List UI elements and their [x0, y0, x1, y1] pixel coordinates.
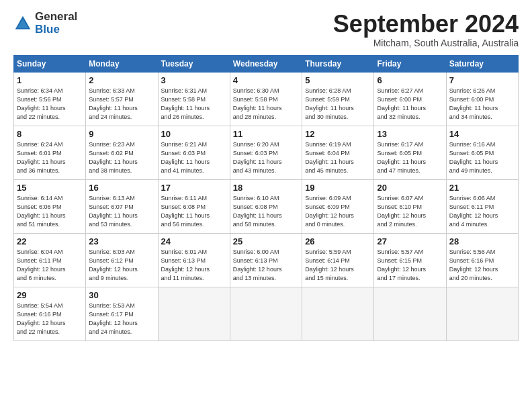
calendar-week-0: 1Sunrise: 6:34 AMSunset: 5:56 PMDaylight… [14, 72, 519, 126]
day-number: 18 [233, 183, 299, 193]
day-number: 25 [233, 236, 299, 246]
table-row: 9Sunrise: 6:23 AMSunset: 6:02 PMDaylight… [86, 126, 158, 179]
table-row [446, 287, 518, 340]
table-row: 12Sunrise: 6:19 AMSunset: 6:04 PMDayligh… [302, 126, 374, 179]
day-info: Sunrise: 5:56 AMSunset: 6:16 PMDaylight:… [449, 248, 498, 281]
day-number: 6 [377, 75, 443, 85]
logo: General Blue [13, 11, 77, 36]
table-row [230, 287, 302, 340]
day-info: Sunrise: 6:14 AMSunset: 6:06 PMDaylight:… [17, 195, 66, 228]
month-title: September 2024 [333, 11, 519, 38]
day-number: 23 [89, 236, 154, 246]
logo-blue: Blue [35, 24, 77, 36]
day-number: 26 [305, 236, 371, 246]
calendar-week-4: 29Sunrise: 5:54 AMSunset: 6:16 PMDayligh… [14, 287, 519, 340]
day-info: Sunrise: 6:24 AMSunset: 6:01 PMDaylight:… [17, 141, 66, 174]
calendar-week-2: 15Sunrise: 6:14 AMSunset: 6:06 PMDayligh… [14, 179, 519, 233]
day-number: 11 [233, 129, 299, 139]
day-number: 29 [17, 290, 83, 300]
table-row: 2Sunrise: 6:33 AMSunset: 5:57 PMDaylight… [86, 72, 158, 126]
logo-general: General [35, 11, 77, 24]
header-friday: Friday [374, 55, 446, 72]
table-row [374, 287, 446, 340]
day-info: Sunrise: 6:19 AMSunset: 6:04 PMDaylight:… [305, 141, 354, 174]
day-info: Sunrise: 6:01 AMSunset: 6:13 PMDaylight:… [161, 248, 210, 281]
table-row: 1Sunrise: 6:34 AMSunset: 5:56 PMDaylight… [14, 72, 86, 126]
day-number: 21 [449, 183, 515, 193]
table-row: 10Sunrise: 6:21 AMSunset: 6:03 PMDayligh… [158, 126, 230, 179]
day-info: Sunrise: 6:27 AMSunset: 6:00 PMDaylight:… [377, 87, 426, 120]
page: General Blue September 2024 Mitcham, Sou… [0, 0, 532, 411]
day-info: Sunrise: 5:54 AMSunset: 6:16 PMDaylight:… [17, 302, 66, 335]
day-info: Sunrise: 6:28 AMSunset: 5:59 PMDaylight:… [305, 87, 354, 120]
day-info: Sunrise: 5:59 AMSunset: 6:14 PMDaylight:… [305, 248, 354, 281]
day-number: 19 [305, 183, 371, 193]
day-number: 22 [17, 236, 83, 246]
table-row: 8Sunrise: 6:24 AMSunset: 6:01 PMDaylight… [14, 126, 86, 179]
table-row: 19Sunrise: 6:09 AMSunset: 6:09 PMDayligh… [302, 179, 374, 233]
day-number: 16 [89, 183, 154, 193]
day-info: Sunrise: 6:20 AMSunset: 6:03 PMDaylight:… [233, 141, 282, 174]
header: General Blue September 2024 Mitcham, Sou… [13, 11, 519, 48]
table-row: 15Sunrise: 6:14 AMSunset: 6:06 PMDayligh… [14, 179, 86, 233]
table-row: 30Sunrise: 5:53 AMSunset: 6:17 PMDayligh… [86, 287, 158, 340]
table-row: 28Sunrise: 5:56 AMSunset: 6:16 PMDayligh… [446, 233, 518, 287]
day-number: 5 [305, 75, 371, 85]
table-row: 11Sunrise: 6:20 AMSunset: 6:03 PMDayligh… [230, 126, 302, 179]
logo-icon [13, 14, 32, 33]
calendar-week-1: 8Sunrise: 6:24 AMSunset: 6:01 PMDaylight… [14, 126, 519, 179]
table-row: 5Sunrise: 6:28 AMSunset: 5:59 PMDaylight… [302, 72, 374, 126]
day-number: 4 [233, 75, 299, 85]
title-area: September 2024 Mitcham, South Australia,… [333, 11, 519, 48]
header-monday: Monday [86, 55, 158, 72]
table-row: 20Sunrise: 6:07 AMSunset: 6:10 PMDayligh… [374, 179, 446, 233]
header-wednesday: Wednesday [230, 55, 302, 72]
table-row: 14Sunrise: 6:16 AMSunset: 6:05 PMDayligh… [446, 126, 518, 179]
table-row: 21Sunrise: 6:06 AMSunset: 6:11 PMDayligh… [446, 179, 518, 233]
day-number: 1 [17, 75, 83, 85]
day-info: Sunrise: 5:57 AMSunset: 6:15 PMDaylight:… [377, 248, 426, 281]
logo-text: General Blue [35, 11, 77, 36]
day-number: 9 [89, 129, 154, 139]
day-number: 30 [89, 290, 154, 300]
table-row: 13Sunrise: 6:17 AMSunset: 6:05 PMDayligh… [374, 126, 446, 179]
day-info: Sunrise: 6:03 AMSunset: 6:12 PMDaylight:… [89, 248, 138, 281]
day-number: 7 [449, 75, 515, 85]
day-number: 10 [161, 129, 227, 139]
table-row: 16Sunrise: 6:13 AMSunset: 6:07 PMDayligh… [86, 179, 158, 233]
day-number: 13 [377, 129, 443, 139]
day-number: 20 [377, 183, 443, 193]
day-info: Sunrise: 6:33 AMSunset: 5:57 PMDaylight:… [89, 87, 138, 120]
calendar-week-3: 22Sunrise: 6:04 AMSunset: 6:11 PMDayligh… [14, 233, 519, 287]
day-info: Sunrise: 6:06 AMSunset: 6:11 PMDaylight:… [449, 195, 498, 228]
day-number: 14 [449, 129, 515, 139]
day-number: 2 [89, 75, 154, 85]
header-tuesday: Tuesday [158, 55, 230, 72]
table-row: 7Sunrise: 6:26 AMSunset: 6:00 PMDaylight… [446, 72, 518, 126]
table-row: 3Sunrise: 6:31 AMSunset: 5:58 PMDaylight… [158, 72, 230, 126]
day-info: Sunrise: 6:31 AMSunset: 5:58 PMDaylight:… [161, 87, 210, 120]
table-row: 18Sunrise: 6:10 AMSunset: 6:08 PMDayligh… [230, 179, 302, 233]
day-number: 27 [377, 236, 443, 246]
table-row: 4Sunrise: 6:30 AMSunset: 5:58 PMDaylight… [230, 72, 302, 126]
day-info: Sunrise: 6:26 AMSunset: 6:00 PMDaylight:… [449, 87, 498, 120]
day-info: Sunrise: 6:16 AMSunset: 6:05 PMDaylight:… [449, 141, 498, 174]
day-info: Sunrise: 6:07 AMSunset: 6:10 PMDaylight:… [377, 195, 426, 228]
header-saturday: Saturday [446, 55, 518, 72]
header-row: Sunday Monday Tuesday Wednesday Thursday… [14, 55, 519, 72]
table-row: 22Sunrise: 6:04 AMSunset: 6:11 PMDayligh… [14, 233, 86, 287]
day-info: Sunrise: 6:23 AMSunset: 6:02 PMDaylight:… [89, 141, 138, 174]
table-row: 24Sunrise: 6:01 AMSunset: 6:13 PMDayligh… [158, 233, 230, 287]
day-number: 8 [17, 129, 83, 139]
table-row [302, 287, 374, 340]
day-info: Sunrise: 6:04 AMSunset: 6:11 PMDaylight:… [17, 248, 66, 281]
day-info: Sunrise: 6:00 AMSunset: 6:13 PMDaylight:… [233, 248, 282, 281]
day-info: Sunrise: 6:13 AMSunset: 6:07 PMDaylight:… [89, 195, 138, 228]
day-info: Sunrise: 6:11 AMSunset: 6:08 PMDaylight:… [161, 195, 210, 228]
day-info: Sunrise: 6:34 AMSunset: 5:56 PMDaylight:… [17, 87, 66, 120]
table-row: 27Sunrise: 5:57 AMSunset: 6:15 PMDayligh… [374, 233, 446, 287]
location: Mitcham, South Australia, Australia [333, 38, 519, 48]
day-number: 24 [161, 236, 227, 246]
header-thursday: Thursday [302, 55, 374, 72]
table-row: 29Sunrise: 5:54 AMSunset: 6:16 PMDayligh… [14, 287, 86, 340]
